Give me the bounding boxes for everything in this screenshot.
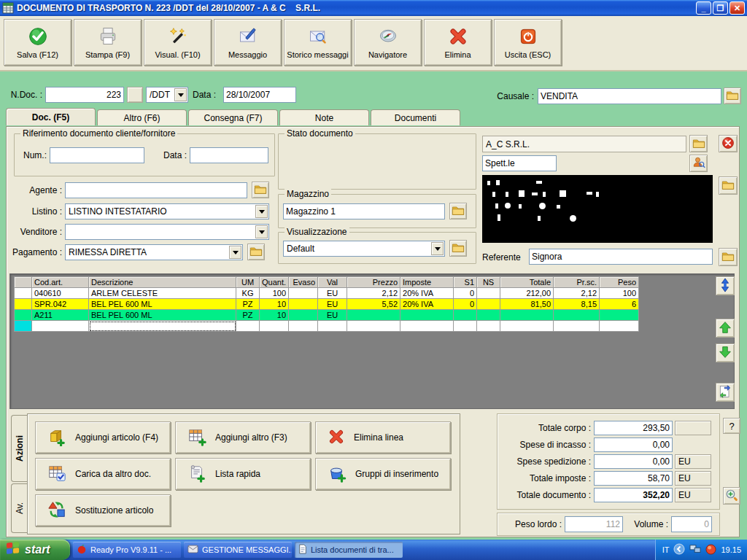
column-header-descrizione[interactable]: Descrizione xyxy=(89,277,236,288)
tab-av[interactable]: Av. xyxy=(11,483,28,533)
toolbar-button-uscita-esc-[interactable]: Uscita (ESC) xyxy=(494,19,562,66)
ndoc-spin-button[interactable] xyxy=(127,87,143,103)
table-cell[interactable]: 212,00 xyxy=(500,288,554,299)
taskbar-task-2[interactable]: GESTIONE MESSAGGI... xyxy=(184,542,292,558)
table-cell[interactable] xyxy=(500,310,554,321)
table-cell[interactable] xyxy=(347,321,400,332)
column-header-evaso[interactable]: Evaso xyxy=(289,277,318,288)
table-cell[interactable] xyxy=(260,321,289,332)
visualizzazione-folder-button[interactable] xyxy=(449,240,467,257)
table-cell[interactable] xyxy=(477,310,500,321)
table-cell[interactable]: A211 xyxy=(32,310,89,321)
row-selector-cell[interactable] xyxy=(15,299,32,310)
minimize-button[interactable]: _ xyxy=(696,1,711,15)
table-cell[interactable]: 0 xyxy=(454,288,477,299)
sort-rows-button[interactable] xyxy=(716,276,735,295)
toolbar-button-elimina[interactable]: Elimina xyxy=(424,19,492,66)
action-button-gruppi-di-inserimento[interactable]: Gruppi di inserimento xyxy=(315,458,451,490)
toolbar-button-salva-f12-[interactable]: Salva (F12) xyxy=(4,19,71,66)
column-header-peso[interactable]: Peso xyxy=(600,277,639,288)
action-button-lista-rapida[interactable]: Lista rapida xyxy=(175,458,311,490)
salutation-input[interactable]: Spett.le xyxy=(482,155,557,171)
restore-button[interactable]: ❐ xyxy=(713,1,728,15)
table-cell[interactable]: 0 xyxy=(454,299,477,310)
action-button-elimina-linea[interactable]: Elimina linea xyxy=(315,421,451,454)
table-cell[interactable]: 100 xyxy=(600,288,639,299)
doc-type-combo[interactable]: /DDT xyxy=(146,87,188,103)
table-cell[interactable]: EU xyxy=(318,310,347,321)
totals-zoom-button[interactable] xyxy=(723,487,740,505)
pagamento-combo[interactable]: RIMESSA DIRETTA xyxy=(65,244,243,260)
action-button-carica-da-altro-doc-[interactable]: Carica da altro doc. xyxy=(35,458,171,490)
refresh-grid-button[interactable] xyxy=(716,383,735,402)
table-cell[interactable]: EU xyxy=(318,288,347,299)
table-cell[interactable] xyxy=(347,310,400,321)
table-cell[interactable] xyxy=(289,321,318,332)
ndoc-input[interactable]: 223 xyxy=(45,87,124,103)
tray-network-icon[interactable] xyxy=(689,544,701,556)
tray-chevron-icon[interactable] xyxy=(673,543,685,556)
table-cell[interactable]: 8,15 xyxy=(554,299,600,310)
table-cell[interactable]: 81,50 xyxy=(500,299,554,310)
toolbar-button-messaggio[interactable]: Messaggio xyxy=(214,19,282,66)
client-folder-button[interactable] xyxy=(689,135,708,152)
table-row[interactable]: 040610ARLEM CELESTEKG100EU2,1220% IVA021… xyxy=(15,288,639,299)
magazzino-folder-button[interactable] xyxy=(449,203,467,219)
totals-value[interactable]: 0,00 xyxy=(594,454,673,469)
address-folder-button[interactable] xyxy=(719,176,738,195)
chevron-down-icon[interactable] xyxy=(174,88,187,101)
referente-folder-button[interactable] xyxy=(719,248,738,266)
tray-language[interactable]: IT xyxy=(662,545,670,554)
table-cell[interactable]: 6 xyxy=(600,299,639,310)
table-cell[interactable] xyxy=(554,321,600,332)
column-header-val[interactable]: Val xyxy=(318,277,347,288)
causale-folder-button[interactable] xyxy=(724,88,741,104)
column-header-pr-sc-[interactable]: Pr.sc. xyxy=(554,277,600,288)
tab-consegna-f7-[interactable]: Consegna (F7) xyxy=(188,109,278,125)
table-cell[interactable]: 5,52 xyxy=(347,299,400,310)
tab-azioni[interactable]: Azioni xyxy=(11,415,28,482)
close-button[interactable]: ✕ xyxy=(729,1,745,15)
taskbar-task-3[interactable]: Lista documenti di tra... xyxy=(295,542,403,558)
start-button[interactable]: start xyxy=(0,540,70,560)
table-cell[interactable]: ARLEM CELESTE xyxy=(89,288,236,299)
toolbar-button-storico-messaggi[interactable]: Storico messaggi xyxy=(284,19,352,66)
venditore-combo[interactable] xyxy=(65,224,269,240)
table-cell[interactable] xyxy=(477,288,500,299)
table-cell[interactable] xyxy=(500,321,554,332)
table-cell[interactable] xyxy=(600,310,639,321)
table-row[interactable]: A211BEL PEL 600 MLPZ10EU xyxy=(15,310,639,321)
tab-doc-f5-[interactable]: Doc. (F5) xyxy=(6,108,96,125)
referente-input[interactable]: Signora xyxy=(529,249,713,265)
toolbar-button-navigatore[interactable]: Navigatore xyxy=(354,19,422,66)
table-cell[interactable] xyxy=(477,321,500,332)
table-cell[interactable] xyxy=(89,321,236,332)
move-row-up-button[interactable] xyxy=(716,319,735,338)
totals-value[interactable]: 352,20 xyxy=(594,488,673,502)
chevron-down-icon[interactable] xyxy=(229,246,241,259)
table-cell[interactable]: 20% IVA xyxy=(400,288,454,299)
table-row[interactable]: SPR.042BEL PEL 600 MLPZ10EU5,5220% IVA08… xyxy=(15,299,639,310)
move-row-down-button[interactable] xyxy=(716,343,735,362)
taskbar-task-1[interactable]: Ready Pro V9.9.11 - ... xyxy=(73,542,181,558)
table-cell[interactable] xyxy=(400,321,454,332)
column-header-totale[interactable]: Totale xyxy=(500,277,554,288)
row-selector-cell[interactable] xyxy=(15,310,32,321)
column-header-prezzo[interactable]: Prezzo xyxy=(347,277,400,288)
tab-altro-f6-[interactable]: Altro (F6) xyxy=(97,109,187,125)
agente-folder-button[interactable] xyxy=(252,182,269,198)
tray-clock[interactable]: 19.15 xyxy=(721,545,741,554)
visualizzazione-combo[interactable]: Default xyxy=(283,241,445,257)
table-cell[interactable]: BEL PEL 600 ML xyxy=(89,310,236,321)
table-cell[interactable]: SPR.042 xyxy=(32,299,89,310)
table-cell[interactable]: PZ xyxy=(236,299,260,310)
chevron-down-icon[interactable] xyxy=(431,242,444,255)
table-cell[interactable] xyxy=(477,299,500,310)
table-cell[interactable] xyxy=(289,299,318,310)
magazzino-input[interactable]: Magazzino 1 xyxy=(283,203,445,219)
table-cell[interactable]: KG xyxy=(236,288,260,299)
rif-data-input[interactable] xyxy=(190,147,268,163)
row-selector-cell[interactable] xyxy=(15,288,32,299)
action-button-aggiungi-altro-f3-[interactable]: Aggiungi altro (F3) xyxy=(175,421,311,454)
table-cell[interactable]: 2,12 xyxy=(554,288,600,299)
